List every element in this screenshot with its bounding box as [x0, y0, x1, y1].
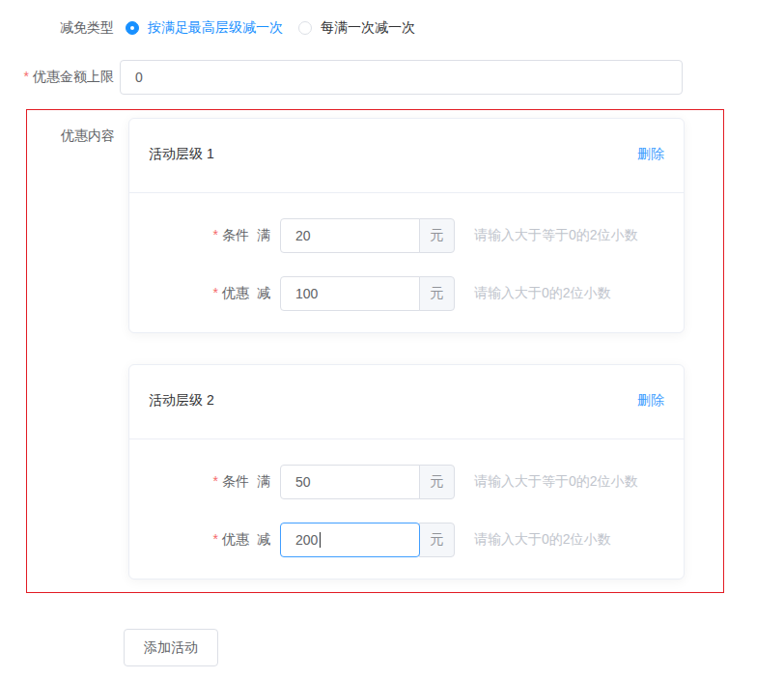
condition-input-group: 元: [280, 218, 455, 253]
tier-title: 活动层级 2: [149, 390, 214, 410]
discount-row: *优惠 减 元 请输入大于0的2位小数: [129, 523, 684, 557]
discount-row: *优惠 减 元 请输入大于0的2位小数: [129, 276, 684, 311]
required-asterisk: *: [213, 285, 218, 300]
tier-card-2: 活动层级 2 删除 *条件 满 元 请输入大于等于0的2位小数 *优惠: [128, 364, 685, 580]
condition-row: *条件 满 元 请输入大于等于0的2位小数: [129, 465, 684, 499]
discount-word: 减: [257, 531, 270, 549]
input-hint: 请输入大于等于0的2位小数: [474, 473, 638, 491]
discount-label: *优惠: [129, 285, 249, 302]
input-hint: 请输入大于等于0的2位小数: [474, 227, 638, 244]
discount-label-text: 优惠: [222, 531, 249, 547]
discount-label: *优惠: [129, 531, 249, 549]
promotion-form: 减免类型 按满足最高层级减一次 每满一次减一次 *优惠金额上限 优惠内容 活动层…: [0, 19, 784, 666]
tier-card-body: *条件 满 元 请输入大于等于0的2位小数 *优惠 减 元: [129, 193, 684, 332]
input-hint: 请输入大于0的2位小数: [474, 285, 611, 302]
condition-word: 满: [257, 227, 270, 244]
condition-row: *条件 满 元 请输入大于等于0的2位小数: [129, 218, 684, 253]
radio-option-highest-tier[interactable]: 按满足最高层级减一次: [126, 19, 283, 37]
delete-tier-button[interactable]: 删除: [637, 144, 664, 163]
tier-card-header: 活动层级 1 删除: [129, 119, 684, 193]
radio-option-every-time[interactable]: 每满一次减一次: [298, 19, 415, 37]
discount-label-text: 优惠: [222, 285, 249, 300]
reduction-type-radio-group: 按满足最高层级减一次 每满一次减一次: [126, 19, 415, 37]
radio-unselected-icon: [298, 21, 312, 35]
condition-label: *条件: [129, 473, 249, 491]
discount-input-focused[interactable]: [280, 523, 420, 557]
reduction-type-row: 减免类型 按满足最高层级减一次 每满一次减一次: [0, 19, 784, 37]
reduction-type-label: 减免类型: [0, 19, 114, 37]
tier-card-header: 活动层级 2 删除: [129, 365, 684, 439]
required-asterisk: *: [213, 531, 218, 547]
unit-append: 元: [419, 276, 455, 311]
discount-word: 减: [257, 285, 270, 302]
condition-label-text: 条件: [222, 473, 249, 489]
condition-label-text: 条件: [222, 227, 249, 242]
max-discount-label-text: 优惠金额上限: [33, 69, 114, 84]
delete-tier-button[interactable]: 删除: [637, 390, 664, 410]
condition-label: *条件: [129, 227, 249, 244]
input-hint: 请输入大于0的2位小数: [474, 531, 611, 549]
unit-append: 元: [419, 218, 455, 253]
text-cursor: [320, 532, 321, 548]
discount-input[interactable]: [280, 276, 420, 311]
radio-selected-icon: [126, 21, 139, 35]
condition-input[interactable]: [280, 465, 420, 499]
unit-append: 元: [419, 523, 455, 557]
max-discount-row: *优惠金额上限: [0, 60, 784, 95]
tier-card-list: 活动层级 1 删除 *条件 满 元 请输入大于等于0的2位小数 *优惠: [128, 110, 685, 580]
tier-card-1: 活动层级 1 删除 *条件 满 元 请输入大于等于0的2位小数 *优惠: [128, 118, 685, 333]
max-discount-input[interactable]: [120, 60, 683, 95]
condition-input[interactable]: [280, 218, 420, 253]
condition-input-group: 元: [280, 465, 455, 499]
required-asterisk: *: [24, 69, 29, 84]
discount-content-section: 优惠内容 活动层级 1 删除 *条件 满 元 请输入大于等于0: [26, 109, 724, 593]
required-asterisk: *: [213, 227, 218, 242]
discount-input-group: 元: [280, 276, 455, 311]
discount-input-group: 元: [280, 523, 455, 557]
condition-word: 满: [257, 473, 270, 491]
tier-title: 活动层级 1: [149, 144, 214, 163]
required-asterisk: *: [213, 473, 218, 489]
radio-option-label: 按满足最高层级减一次: [148, 19, 283, 37]
add-activity-button[interactable]: 添加活动: [124, 629, 218, 666]
radio-option-label: 每满一次减一次: [321, 19, 415, 37]
tier-card-body: *条件 满 元 请输入大于等于0的2位小数 *优惠 减: [129, 439, 684, 579]
unit-append: 元: [419, 465, 455, 499]
discount-content-label: 优惠内容: [27, 110, 115, 580]
max-discount-label: *优惠金额上限: [0, 69, 114, 86]
